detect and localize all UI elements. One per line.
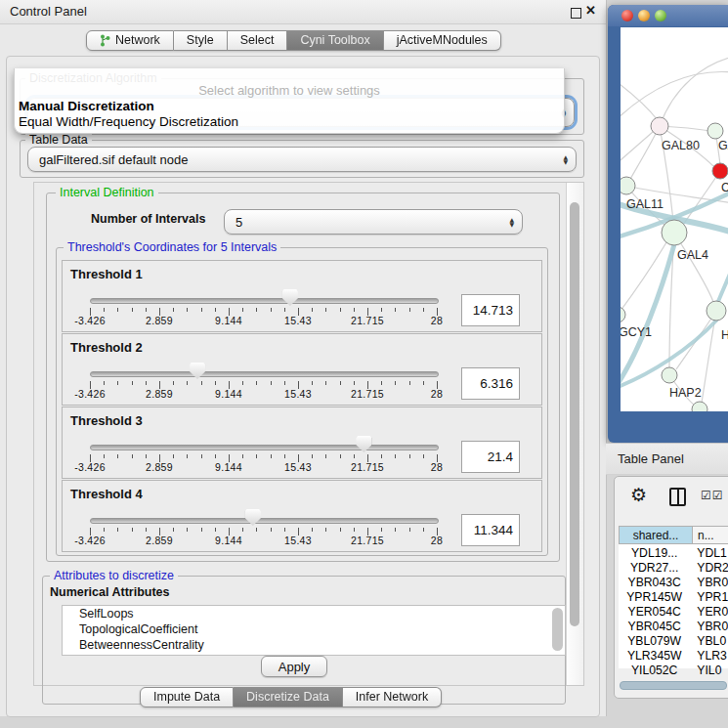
network-node-hap2[interactable]: [662, 367, 677, 383]
network-edge[interactable]: [629, 126, 660, 181]
cell-shared-name[interactable]: YBR043C: [619, 576, 690, 590]
tab-network[interactable]: Network: [86, 30, 174, 51]
network-edge[interactable]: [621, 71, 728, 120]
thresholds-label: Threshold's Coordinates for 5 Intervals: [64, 240, 280, 254]
close-traffic-light[interactable]: [621, 10, 633, 21]
number-of-intervals-label: Number of Intervals: [87, 212, 209, 226]
column-header-name[interactable]: n...: [693, 526, 728, 544]
table-row[interactable]: YLR345WYLR3: [619, 649, 728, 664]
slider-track[interactable]: [90, 371, 439, 377]
tab-select[interactable]: Select: [228, 30, 288, 51]
table-row[interactable]: YDR27...YDR2: [619, 561, 728, 576]
threshold-value-field[interactable]: 6.316: [461, 367, 520, 400]
network-node-c[interactable]: [712, 163, 728, 179]
table-data-label: Table Data: [25, 133, 92, 147]
cell-shared-name[interactable]: YDL19...: [619, 546, 690, 561]
number-of-intervals-combobox[interactable]: 5 ▲▼: [224, 209, 523, 235]
network-canvas[interactable]: GAL80GACGAL11GAL4GCY1HHAP2: [621, 27, 728, 411]
threshold-panel-4: Threshold 4-3.4262.8599.14415.4321.71528…: [62, 480, 542, 552]
tab-discretize-data[interactable]: Discretize Data: [234, 687, 343, 707]
select-checkboxes-icon[interactable]: ☑☑: [701, 489, 724, 502]
node-label-h: H: [721, 328, 728, 342]
minimize-traffic-light[interactable]: [638, 10, 650, 21]
vertical-scrollbar[interactable]: [566, 183, 583, 685]
network-node[interactable]: [692, 402, 707, 411]
tab-impute-data[interactable]: Impute Data: [140, 687, 234, 707]
gear-icon[interactable]: ⚙: [630, 484, 647, 505]
threshold-value-field[interactable]: 14.713: [461, 294, 520, 326]
network-edge-highlighted[interactable]: [717, 267, 728, 304]
cell-shared-name[interactable]: YDR27...: [619, 561, 690, 576]
table-row[interactable]: YIL052CYIL0: [619, 664, 728, 678]
cell-shared-name[interactable]: YER054C: [619, 605, 690, 620]
cell-name[interactable]: YER0: [690, 605, 728, 620]
node-label-gcy1: GCY1: [621, 325, 652, 339]
network-node-gal11[interactable]: [621, 177, 635, 194]
network-node-gal80[interactable]: [651, 117, 668, 135]
slider-track[interactable]: [90, 298, 439, 304]
table-row[interactable]: YBL079WYBL0: [619, 634, 728, 649]
tab-style[interactable]: Style: [174, 30, 228, 51]
tab-infer-network[interactable]: Infer Network: [343, 687, 442, 707]
tab-cyni-toolbox[interactable]: Cyni Toolbox: [287, 30, 383, 51]
attributes-scrollbar-thumb[interactable]: [552, 608, 563, 651]
screen: Control Panel ✕ NetworkStyleSelectCyni T…: [0, 0, 728, 728]
table-row[interactable]: YDL19...YDL1: [619, 546, 728, 561]
column-header-shared-name[interactable]: shared...: [619, 526, 693, 544]
cell-shared-name[interactable]: YIL052C: [619, 664, 690, 678]
network-window-titlebar[interactable]: [608, 5, 728, 26]
cell-name[interactable]: YPR1: [690, 590, 728, 605]
table-panel: ⚙ ☑☑ shared... n... YDL19...YDL1YDR27...…: [614, 476, 728, 699]
float-window-icon[interactable]: [571, 8, 581, 19]
slider-tick-labels: -3.4262.8599.14415.4321.71528: [90, 461, 437, 473]
cell-name[interactable]: YBL0: [690, 634, 728, 649]
attribute-item-topologicalcoefficient[interactable]: TopologicalCoefficient: [63, 621, 565, 637]
cell-name[interactable]: YDL1: [690, 546, 728, 561]
columns-icon[interactable]: [669, 488, 686, 506]
cell-shared-name[interactable]: YBL079W: [619, 634, 690, 649]
cell-name[interactable]: YBR0: [690, 576, 728, 590]
table-data-combobox[interactable]: galFiltered.sif default node ▲▼: [27, 147, 577, 172]
cell-shared-name[interactable]: YPR145W: [619, 590, 690, 605]
cell-shared-name[interactable]: YLR345W: [619, 649, 690, 664]
algorithm-option-manual-discretization[interactable]: Manual Discretization: [18, 99, 154, 113]
table-header-row: shared... n...: [619, 526, 728, 544]
attribute-item-betweennesscentrality[interactable]: BetweennessCentrality: [63, 637, 565, 653]
horizontal-scrollbar-thumb[interactable]: [620, 681, 727, 690]
slider-track[interactable]: [90, 518, 439, 524]
cell-shared-name[interactable]: YBR045C: [619, 620, 690, 634]
threshold-value-field[interactable]: 21.4: [461, 441, 520, 473]
attribute-item-selfloops[interactable]: SelfLoops: [63, 606, 565, 621]
top-tab-bar: NetworkStyleSelectCyni ToolboxjActiveMNo…: [86, 30, 501, 51]
cell-name[interactable]: YLR3: [690, 649, 728, 664]
algorithm-option-equal-width-frequency-discretization[interactable]: Equal Width/Frequency Discretization: [18, 114, 238, 129]
numerical-attributes-list[interactable]: SelfLoopsTopologicalCoefficientBetweenne…: [62, 605, 566, 656]
table-row[interactable]: YER054CYER0: [619, 605, 728, 620]
cell-name[interactable]: YIL0: [690, 664, 728, 678]
apply-button[interactable]: Apply: [261, 656, 327, 677]
network-edge[interactable]: [621, 242, 666, 315]
stepper-down-icon: ▼: [563, 159, 568, 164]
cell-name[interactable]: YDR2: [690, 561, 728, 576]
network-edge[interactable]: [660, 57, 728, 126]
network-node-h[interactable]: [707, 301, 726, 321]
node-label-gal4: GAL4: [677, 248, 708, 262]
zoom-traffic-light[interactable]: [655, 10, 666, 21]
cell-name[interactable]: YBR0: [690, 620, 728, 634]
number-of-intervals-value: 5: [236, 215, 242, 230]
vertical-scrollbar-thumb[interactable]: [570, 202, 579, 626]
tab-jactivemnodules[interactable]: jActiveMNodules: [384, 30, 501, 51]
close-icon[interactable]: ✕: [585, 3, 596, 18]
network-node-ga[interactable]: [707, 123, 723, 139]
table-row[interactable]: YBR045CYBR0: [619, 620, 728, 634]
tab-label: Infer Network: [356, 688, 428, 707]
network-node-gcy1[interactable]: [621, 307, 625, 322]
table-data-value: galFiltered.sif default node: [39, 152, 188, 167]
table-row[interactable]: YBR043CYBR0: [619, 576, 728, 590]
settings-scroll-area: Interval Definition Number of Intervals …: [33, 182, 584, 686]
table-row[interactable]: YPR145WYPR1: [619, 590, 728, 605]
network-node-gal4[interactable]: [662, 220, 687, 245]
slider-track[interactable]: [90, 445, 439, 450]
threshold-value-field[interactable]: 11.344: [461, 514, 520, 546]
threshold-panel-2: Threshold 2-3.4262.8599.14415.4321.71528…: [62, 333, 542, 406]
